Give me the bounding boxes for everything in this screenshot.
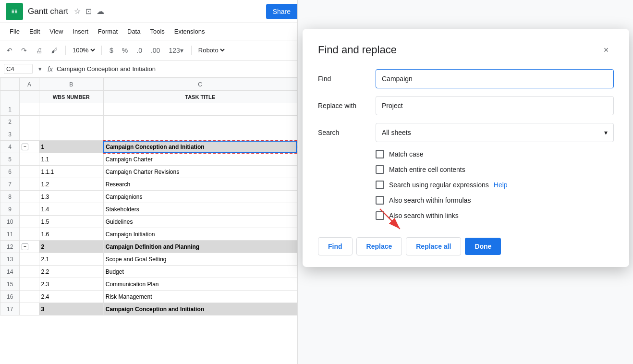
cell-c[interactable]: Campaign Charter Revisions	[103, 166, 297, 178]
cell-b[interactable]: 1.1.1	[39, 166, 103, 178]
cell-b[interactable]: 1	[39, 141, 103, 153]
cell-c[interactable]: Risk Management	[103, 291, 297, 303]
cell-c[interactable]	[103, 116, 297, 128]
currency-button[interactable]: $	[107, 45, 116, 56]
share-button[interactable]: Share	[266, 4, 297, 19]
group-collapse-button[interactable]: −	[22, 144, 28, 150]
redo-button[interactable]: ↷	[18, 45, 30, 56]
cell-b[interactable]: 1.2	[39, 178, 103, 191]
dialog-close-button[interactable]: ×	[598, 42, 614, 58]
menu-data[interactable]: Data	[123, 26, 144, 37]
zoom-select[interactable]: 100%	[71, 46, 97, 54]
cell-c[interactable]: Campaignions	[103, 191, 297, 203]
match-case-checkbox[interactable]	[376, 150, 384, 158]
table-row[interactable]: 152.3Communication Plan	[0, 278, 297, 291]
col-header-b[interactable]: B	[39, 78, 103, 91]
cell-b[interactable]: 1.3	[39, 191, 103, 203]
folder-icon[interactable]: ⊡	[85, 7, 92, 16]
cell-c[interactable]: Research	[103, 178, 297, 191]
cell-c[interactable]: Stakeholders	[103, 203, 297, 216]
regex-help-link[interactable]: Help	[494, 181, 508, 189]
cell-b[interactable]: 2.2	[39, 266, 103, 278]
cell-b[interactable]: 1.5	[39, 216, 103, 228]
menu-file[interactable]: File	[6, 26, 24, 37]
number-format-button[interactable]: 123▾	[166, 45, 186, 56]
decimal-increase-button[interactable]: .00	[148, 45, 163, 56]
cell-b[interactable]: 1.6	[39, 228, 103, 241]
group-collapse-button[interactable]: −	[22, 243, 28, 250]
menu-format[interactable]: Format	[94, 26, 122, 37]
table-row[interactable]: 3	[0, 128, 297, 141]
cell-b[interactable]: 1.4	[39, 203, 103, 216]
cell-b[interactable]: 2.1	[39, 253, 103, 266]
menu-extensions[interactable]: Extensions	[170, 26, 209, 37]
cell-b[interactable]: 1.1	[39, 153, 103, 166]
table-row[interactable]: 61.1.1Campaign Charter Revisions	[0, 166, 297, 178]
cell-a	[20, 153, 39, 166]
search-dropdown[interactable]: All sheets ▾	[376, 123, 614, 142]
undo-button[interactable]: ↶	[4, 45, 15, 56]
cell-c[interactable]	[103, 103, 297, 116]
table-row[interactable]: 111.6Campaign Initiation	[0, 228, 297, 241]
toolbar-sep-3	[191, 46, 192, 55]
cell-b[interactable]: 3	[39, 303, 103, 315]
table-row[interactable]: 91.4Stakeholders	[0, 203, 297, 216]
table-row[interactable]: 51.1Campaign Charter	[0, 153, 297, 166]
cell-b[interactable]: 2.4	[39, 291, 103, 303]
table-row[interactable]: 162.4Risk Management	[0, 291, 297, 303]
table-row[interactable]: 101.5Guidelines	[0, 216, 297, 228]
doc-title: Gantt chart	[28, 7, 68, 16]
cell-b[interactable]	[39, 128, 103, 141]
cell-c[interactable]: Campaign Conception and Initiation	[103, 303, 297, 315]
cell-c[interactable]: Campaign Definition and Planning	[103, 241, 297, 253]
cell-c[interactable]	[103, 128, 297, 141]
cell-c[interactable]: Scope and Goal Setting	[103, 253, 297, 266]
print-button[interactable]: 🖨	[33, 45, 45, 56]
percent-button[interactable]: %	[119, 45, 131, 56]
decimal-decrease-button[interactable]: .0	[134, 45, 145, 56]
paint-format-button[interactable]: 🖌	[48, 45, 61, 56]
links-checkbox[interactable]	[376, 211, 384, 220]
formulas-checkbox[interactable]	[376, 196, 384, 205]
menu-edit[interactable]: Edit	[25, 26, 44, 37]
cell-b[interactable]	[39, 116, 103, 128]
table-row[interactable]: 132.1Scope and Goal Setting	[0, 253, 297, 266]
cell-c[interactable]: Campaign Initiation	[103, 228, 297, 241]
cell-c[interactable]: Campaign Charter	[103, 153, 297, 166]
cell-b[interactable]: 2.3	[39, 278, 103, 291]
find-button[interactable]: Find	[318, 237, 353, 255]
match-entire-checkbox[interactable]	[376, 165, 384, 174]
done-button[interactable]: Done	[465, 238, 501, 255]
replace-input[interactable]	[376, 96, 614, 115]
table-row[interactable]: 4−1Campaign Conception and Initiation	[0, 141, 297, 153]
table-row[interactable]: 1	[0, 103, 297, 116]
replace-all-button[interactable]: Replace all	[406, 237, 461, 255]
font-select[interactable]: Roboto	[196, 46, 226, 54]
star-icon[interactable]: ☆	[74, 7, 81, 16]
cell-c[interactable]: Campaign Conception and Initiation	[103, 141, 297, 153]
cell-reference[interactable]: C4	[4, 64, 33, 74]
cell-c[interactable]: Guidelines	[103, 216, 297, 228]
cell-c[interactable]: Communication Plan	[103, 278, 297, 291]
cell-b[interactable]	[39, 103, 103, 116]
replace-button[interactable]: Replace	[356, 237, 402, 255]
table-row[interactable]: 12−2Campaign Definition and Planning	[0, 241, 297, 253]
table-row[interactable]: 142.2Budget	[0, 266, 297, 278]
table-row[interactable]: 71.2Research	[0, 178, 297, 191]
formula-input[interactable]: Campaign Conception and Initiation	[57, 65, 293, 73]
table-row[interactable]: 2	[0, 116, 297, 128]
menu-view[interactable]: View	[46, 26, 67, 37]
table-row[interactable]: 81.3Campaignions	[0, 191, 297, 203]
cell-a: −	[20, 141, 39, 153]
menu-insert[interactable]: Insert	[69, 26, 92, 37]
find-input[interactable]	[376, 69, 614, 88]
dropdown-arrow-icon[interactable]: ▾	[38, 65, 42, 73]
col-header-c[interactable]: C	[103, 78, 297, 91]
regex-checkbox[interactable]	[376, 181, 384, 189]
cell-b[interactable]: 2	[39, 241, 103, 253]
cell-c[interactable]: Budget	[103, 266, 297, 278]
col-header-a[interactable]: A	[20, 78, 39, 91]
table-row[interactable]: 173Campaign Conception and Initiation	[0, 303, 297, 315]
menu-tools[interactable]: Tools	[146, 26, 168, 37]
cloud-icon[interactable]: ☁	[97, 7, 104, 16]
